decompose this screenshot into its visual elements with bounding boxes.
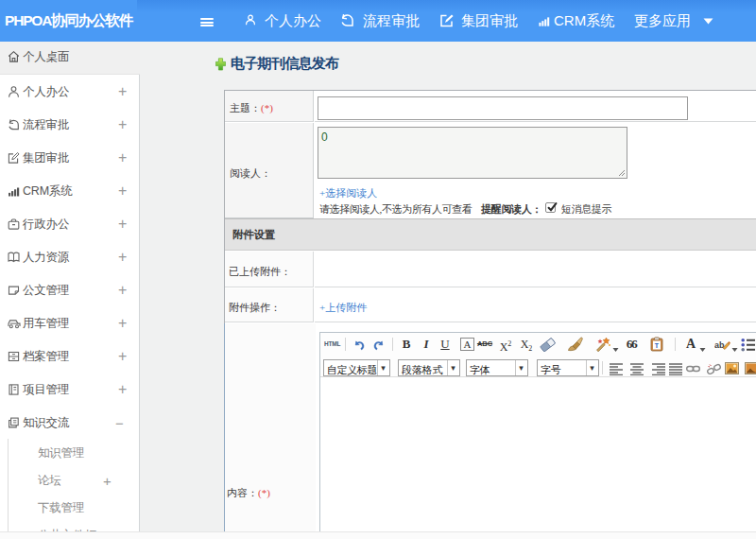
svg-text:T: T: [655, 342, 660, 349]
